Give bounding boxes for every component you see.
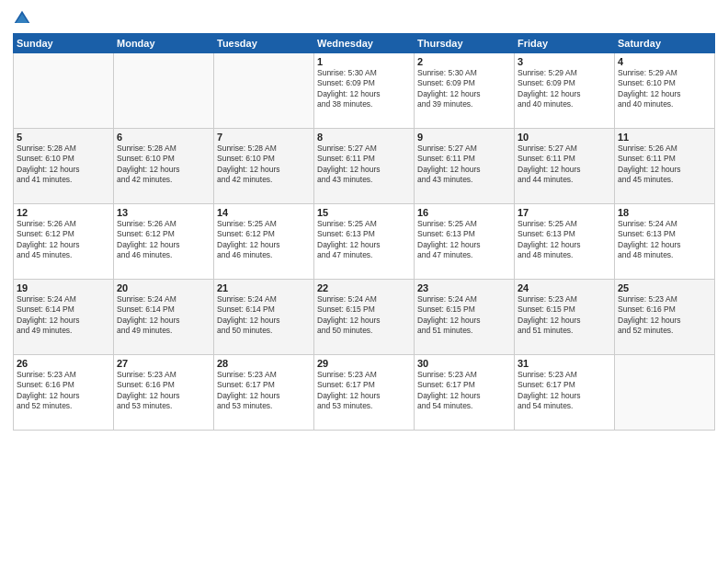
calendar-cell [615, 355, 715, 431]
calendar-cell: 31Sunrise: 5:23 AMSunset: 6:17 PMDayligh… [515, 355, 615, 431]
day-number: 28 [217, 358, 311, 369]
day-header-wednesday: Wednesday [314, 34, 415, 53]
day-header-friday: Friday [515, 34, 615, 53]
calendar-cell: 16Sunrise: 5:25 AMSunset: 6:13 PMDayligh… [415, 204, 515, 280]
calendar-cell: 22Sunrise: 5:24 AMSunset: 6:15 PMDayligh… [314, 280, 415, 355]
calendar-cell: 29Sunrise: 5:23 AMSunset: 6:17 PMDayligh… [314, 355, 415, 431]
day-info: Sunrise: 5:24 AMSunset: 6:14 PMDaylight:… [217, 294, 311, 337]
header [13, 9, 715, 28]
day-info: Sunrise: 5:28 AMSunset: 6:10 PMDaylight:… [117, 144, 210, 186]
calendar-cell: 2Sunrise: 5:30 AMSunset: 6:09 PMDaylight… [415, 53, 515, 129]
calendar-cell: 6Sunrise: 5:28 AMSunset: 6:10 PMDaylight… [114, 129, 214, 204]
day-info: Sunrise: 5:30 AMSunset: 6:09 PMDaylight:… [417, 68, 511, 110]
day-number: 2 [417, 56, 511, 67]
day-info: Sunrise: 5:29 AMSunset: 6:10 PMDaylight:… [618, 68, 711, 110]
calendar-cell: 14Sunrise: 5:25 AMSunset: 6:12 PMDayligh… [214, 204, 314, 280]
day-number: 8 [317, 132, 411, 143]
day-info: Sunrise: 5:23 AMSunset: 6:17 PMDaylight:… [518, 370, 611, 412]
day-number: 6 [117, 132, 210, 143]
day-number: 9 [417, 132, 511, 143]
calendar-week-row: 1Sunrise: 5:30 AMSunset: 6:09 PMDaylight… [14, 53, 715, 129]
day-header-saturday: Saturday [615, 34, 715, 53]
day-number: 16 [417, 207, 511, 218]
calendar-week-row: 5Sunrise: 5:28 AMSunset: 6:10 PMDaylight… [14, 129, 715, 204]
calendar-cell: 25Sunrise: 5:23 AMSunset: 6:16 PMDayligh… [615, 280, 715, 355]
day-info: Sunrise: 5:23 AMSunset: 6:17 PMDaylight:… [317, 370, 411, 412]
day-number: 12 [17, 207, 110, 218]
calendar-cell: 3Sunrise: 5:29 AMSunset: 6:09 PMDaylight… [515, 53, 615, 129]
logo [13, 9, 35, 28]
calendar-cell: 11Sunrise: 5:26 AMSunset: 6:11 PMDayligh… [615, 129, 715, 204]
day-info: Sunrise: 5:25 AMSunset: 6:13 PMDaylight:… [417, 219, 511, 261]
day-number: 21 [217, 282, 311, 293]
day-info: Sunrise: 5:24 AMSunset: 6:13 PMDaylight:… [618, 219, 711, 261]
day-info: Sunrise: 5:26 AMSunset: 6:12 PMDaylight:… [17, 219, 110, 261]
day-number: 10 [518, 132, 611, 143]
calendar-cell [214, 53, 314, 129]
day-info: Sunrise: 5:25 AMSunset: 6:13 PMDaylight:… [518, 219, 611, 261]
day-info: Sunrise: 5:30 AMSunset: 6:09 PMDaylight:… [317, 68, 411, 110]
day-info: Sunrise: 5:26 AMSunset: 6:11 PMDaylight:… [618, 144, 711, 186]
calendar-cell: 19Sunrise: 5:24 AMSunset: 6:14 PMDayligh… [14, 280, 114, 355]
day-info: Sunrise: 5:24 AMSunset: 6:15 PMDaylight:… [417, 294, 511, 337]
day-number: 26 [17, 358, 110, 369]
day-number: 25 [618, 282, 711, 293]
day-number: 14 [217, 207, 311, 218]
calendar-cell: 9Sunrise: 5:27 AMSunset: 6:11 PMDaylight… [415, 129, 515, 204]
calendar-cell: 5Sunrise: 5:28 AMSunset: 6:10 PMDaylight… [14, 129, 114, 204]
day-number: 22 [317, 282, 411, 293]
day-header-monday: Monday [114, 34, 214, 53]
day-number: 23 [417, 282, 511, 293]
calendar-header-row: SundayMondayTuesdayWednesdayThursdayFrid… [14, 34, 715, 53]
calendar-cell: 24Sunrise: 5:23 AMSunset: 6:15 PMDayligh… [515, 280, 615, 355]
calendar-cell: 10Sunrise: 5:27 AMSunset: 6:11 PMDayligh… [515, 129, 615, 204]
calendar-cell: 7Sunrise: 5:28 AMSunset: 6:10 PMDaylight… [214, 129, 314, 204]
day-number: 24 [518, 282, 611, 293]
day-info: Sunrise: 5:23 AMSunset: 6:17 PMDaylight:… [417, 370, 511, 412]
day-info: Sunrise: 5:23 AMSunset: 6:17 PMDaylight:… [217, 370, 311, 412]
calendar-cell [14, 53, 114, 129]
day-number: 29 [317, 358, 411, 369]
day-info: Sunrise: 5:23 AMSunset: 6:16 PMDaylight:… [117, 370, 210, 412]
calendar-week-row: 26Sunrise: 5:23 AMSunset: 6:16 PMDayligh… [14, 355, 715, 431]
day-info: Sunrise: 5:24 AMSunset: 6:15 PMDaylight:… [317, 294, 411, 337]
day-number: 4 [618, 56, 711, 67]
calendar-cell: 12Sunrise: 5:26 AMSunset: 6:12 PMDayligh… [14, 204, 114, 280]
logo-icon [13, 9, 31, 28]
day-info: Sunrise: 5:27 AMSunset: 6:11 PMDaylight:… [317, 144, 411, 186]
day-info: Sunrise: 5:28 AMSunset: 6:10 PMDaylight:… [217, 144, 311, 186]
day-info: Sunrise: 5:24 AMSunset: 6:14 PMDaylight:… [17, 294, 110, 337]
day-number: 30 [417, 358, 511, 369]
day-info: Sunrise: 5:29 AMSunset: 6:09 PMDaylight:… [518, 68, 611, 110]
day-number: 31 [518, 358, 611, 369]
day-info: Sunrise: 5:23 AMSunset: 6:16 PMDaylight:… [618, 294, 711, 337]
calendar: SundayMondayTuesdayWednesdayThursdayFrid… [13, 33, 715, 431]
day-header-tuesday: Tuesday [214, 34, 314, 53]
day-info: Sunrise: 5:28 AMSunset: 6:10 PMDaylight:… [17, 144, 110, 186]
day-number: 11 [618, 132, 711, 143]
day-number: 3 [518, 56, 611, 67]
day-info: Sunrise: 5:25 AMSunset: 6:12 PMDaylight:… [217, 219, 311, 261]
calendar-cell: 4Sunrise: 5:29 AMSunset: 6:10 PMDaylight… [615, 53, 715, 129]
day-number: 20 [117, 282, 210, 293]
calendar-cell: 13Sunrise: 5:26 AMSunset: 6:12 PMDayligh… [114, 204, 214, 280]
day-info: Sunrise: 5:25 AMSunset: 6:13 PMDaylight:… [317, 219, 411, 261]
calendar-cell: 27Sunrise: 5:23 AMSunset: 6:16 PMDayligh… [114, 355, 214, 431]
calendar-cell: 15Sunrise: 5:25 AMSunset: 6:13 PMDayligh… [314, 204, 415, 280]
calendar-cell: 21Sunrise: 5:24 AMSunset: 6:14 PMDayligh… [214, 280, 314, 355]
day-header-sunday: Sunday [14, 34, 114, 53]
day-info: Sunrise: 5:26 AMSunset: 6:12 PMDaylight:… [117, 219, 210, 261]
calendar-cell: 1Sunrise: 5:30 AMSunset: 6:09 PMDaylight… [314, 53, 415, 129]
page: SundayMondayTuesdayWednesdayThursdayFrid… [0, 0, 728, 563]
calendar-cell: 30Sunrise: 5:23 AMSunset: 6:17 PMDayligh… [415, 355, 515, 431]
calendar-cell: 18Sunrise: 5:24 AMSunset: 6:13 PMDayligh… [615, 204, 715, 280]
day-number: 19 [17, 282, 110, 293]
day-number: 7 [217, 132, 311, 143]
day-number: 1 [317, 56, 411, 67]
calendar-week-row: 19Sunrise: 5:24 AMSunset: 6:14 PMDayligh… [14, 280, 715, 355]
calendar-cell: 20Sunrise: 5:24 AMSunset: 6:14 PMDayligh… [114, 280, 214, 355]
calendar-cell: 17Sunrise: 5:25 AMSunset: 6:13 PMDayligh… [515, 204, 615, 280]
calendar-cell: 28Sunrise: 5:23 AMSunset: 6:17 PMDayligh… [214, 355, 314, 431]
day-number: 18 [618, 207, 711, 218]
calendar-week-row: 12Sunrise: 5:26 AMSunset: 6:12 PMDayligh… [14, 204, 715, 280]
